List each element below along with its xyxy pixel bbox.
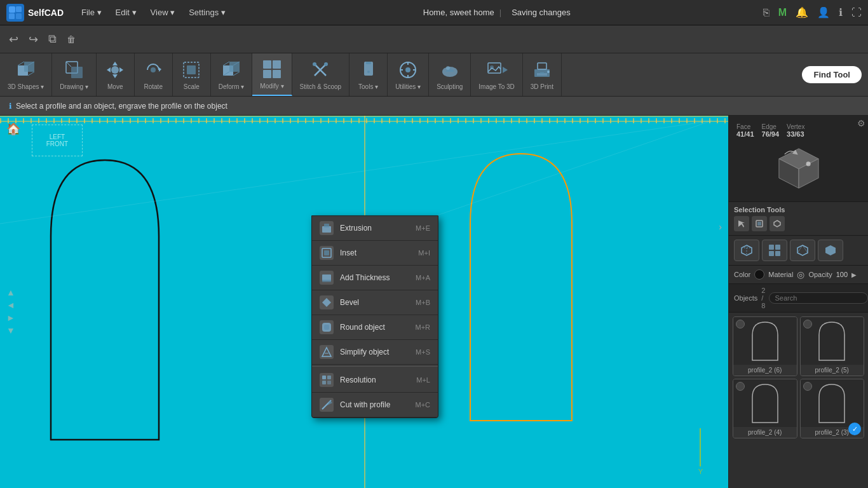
svg-marker-16 xyxy=(119,67,123,72)
deform-label: Deform ▾ xyxy=(219,83,245,90)
delete-button[interactable]: 🗑 xyxy=(63,30,79,49)
menu-view[interactable]: View ▾ xyxy=(146,5,180,20)
toolbar-deform[interactable]: Deform ▾ xyxy=(211,53,253,96)
nav-left[interactable]: ◄ xyxy=(6,300,15,310)
object-checkbox[interactable] xyxy=(736,320,745,329)
object-checkbox[interactable] xyxy=(736,382,745,391)
horizontal-split-line xyxy=(0,116,728,117)
svg-line-6 xyxy=(18,62,24,65)
notification-icon[interactable]: 🔔 xyxy=(796,6,808,18)
nav-arrows[interactable]: ▲ ◄ ► ▼ xyxy=(6,287,15,336)
settings-gear-icon[interactable]: ⚙ xyxy=(857,118,865,128)
sel-icon-arrow[interactable] xyxy=(734,216,749,231)
m-icon[interactable]: M xyxy=(778,7,787,18)
nav-up[interactable]: ▲ xyxy=(6,287,15,297)
shape-btn-cube[interactable] xyxy=(734,240,759,261)
3d-shapes-label: 3D Shapes ▾ xyxy=(8,83,44,90)
svg-rect-0 xyxy=(9,6,15,13)
left-label: LEFT xyxy=(50,133,65,140)
share-icon[interactable]: ⎘ xyxy=(763,7,770,18)
toolbar-3d-print[interactable]: 3D Print xyxy=(523,53,562,96)
menu-item-inset[interactable]: Inset M+I xyxy=(312,241,438,266)
shape-btn-grid[interactable] xyxy=(762,240,787,261)
toolbar-image-to-3d[interactable]: Image To 3D xyxy=(471,53,523,96)
svg-rect-28 xyxy=(273,60,281,69)
info-icon[interactable]: ℹ xyxy=(839,6,843,18)
nav-right[interactable]: ► xyxy=(6,313,15,323)
toolbar-drawing[interactable]: Drawing ▾ xyxy=(52,53,96,96)
arch-left xyxy=(38,147,172,446)
menu-item-round-object[interactable]: Round object M+R xyxy=(312,315,438,340)
svg-rect-3 xyxy=(16,13,22,19)
toolbar-stitch-scoop[interactable]: Stitch & Scoop xyxy=(292,53,350,96)
resolution-label: Resolution xyxy=(340,376,410,384)
toolbar-move[interactable]: Move xyxy=(97,53,135,96)
toolbar-tools[interactable]: Tools ▾ xyxy=(349,53,388,96)
color-swatch[interactable] xyxy=(754,269,764,280)
toolbar-sculpting[interactable]: Sculpting xyxy=(429,53,471,96)
object-item-profile-2-4[interactable]: profile_2 (4) xyxy=(733,379,797,438)
shape-btn-wireframe[interactable] xyxy=(790,240,815,261)
sel-icon-face[interactable] xyxy=(770,216,785,231)
menu-edit[interactable]: Edit ▾ xyxy=(111,5,142,20)
toolbar-scale[interactable]: Scale xyxy=(173,53,211,96)
view-cube-container[interactable] xyxy=(734,140,863,196)
tools-label: Tools ▾ xyxy=(358,83,378,90)
menu-item-add-thickness[interactable]: Add Thickness M+A xyxy=(312,266,438,290)
objects-count: 2 / 8 xyxy=(761,287,765,309)
svg-point-18 xyxy=(151,67,156,72)
toolbar-modify[interactable]: Modify ▾ xyxy=(252,53,292,96)
redo-button[interactable]: ↪ xyxy=(25,30,42,49)
simplify-object-label: Simplify object xyxy=(340,348,409,356)
move-icon xyxy=(104,59,126,81)
svg-rect-1 xyxy=(16,6,22,12)
fullscreen-icon[interactable]: ⛶ xyxy=(851,7,862,18)
add-thickness-icon xyxy=(320,271,334,285)
face-label: Face xyxy=(736,123,750,130)
view-cube-area: ⚙ Face 41/41 Edge 76/94 Vertex 33/63 xyxy=(729,116,868,202)
menu-item-extrusion[interactable]: Extrusion M+E xyxy=(312,216,438,241)
menu-settings[interactable]: Settings ▾ xyxy=(184,5,231,20)
object-item-profile-2-3[interactable]: profile_2 (3) ✓ xyxy=(800,379,865,438)
pipe-divider: | xyxy=(499,8,501,17)
menu-item-cut-with-profile[interactable]: Cut with profile M+C xyxy=(312,393,438,417)
object-item-profile-2-5[interactable]: profile_2 (5) xyxy=(800,316,865,376)
toolbar-3d-shapes[interactable]: 3D Shapes ▾ xyxy=(0,53,52,96)
object-item-profile-2-6[interactable]: profile_2 (6) xyxy=(733,316,797,376)
svg-point-35 xyxy=(367,71,370,73)
round-object-shortcut: M+R xyxy=(415,323,430,331)
object-checkbox[interactable] xyxy=(803,382,812,391)
svg-rect-67 xyxy=(327,376,331,379)
undo-button[interactable]: ↩ xyxy=(5,30,22,49)
material-icon[interactable]: ◎ xyxy=(797,269,804,280)
menu-item-simplify-object[interactable]: Simplify object M+S xyxy=(312,340,438,365)
color-material-opacity-row: Color Material ◎ Opacity 100 ▶ xyxy=(729,266,868,284)
user-icon[interactable]: 👤 xyxy=(817,6,830,18)
svg-point-43 xyxy=(446,66,450,70)
toolbar-utilities[interactable]: Utilities ▾ xyxy=(388,53,429,96)
face-value: 41/41 xyxy=(736,130,754,138)
menu-file[interactable]: File ▾ xyxy=(76,5,107,20)
sel-icon-box[interactable] xyxy=(752,216,767,231)
info-bar: ℹ Select a profile and an object, engrav… xyxy=(0,97,868,116)
menu-item-bevel[interactable]: Bevel M+B xyxy=(312,290,438,315)
find-tool-button[interactable]: Find Tool xyxy=(802,66,862,83)
home-icon[interactable]: 🏠 xyxy=(6,122,20,136)
menu-item-resolution[interactable]: Resolution M+L xyxy=(312,368,438,393)
undo-redo-group: ↩ ↪ ⧉ 🗑 xyxy=(5,30,79,49)
view-cube-svg[interactable] xyxy=(773,143,824,194)
svg-marker-61 xyxy=(322,298,331,307)
nav-down[interactable]: ▼ xyxy=(6,325,15,336)
edge-value: 76/94 xyxy=(762,130,780,138)
panel-collapse-arrow[interactable]: › xyxy=(719,222,722,232)
opacity-value: 100 xyxy=(836,271,848,278)
round-object-icon xyxy=(320,320,334,334)
copy-button[interactable]: ⧉ xyxy=(44,30,60,49)
opacity-expand-icon[interactable]: ▶ xyxy=(851,271,857,278)
objects-search-input[interactable] xyxy=(769,292,868,304)
object-checkbox[interactable] xyxy=(803,320,812,329)
logo-icon[interactable] xyxy=(6,4,24,22)
shape-btn-solid[interactable] xyxy=(818,240,843,261)
toolbar-rotate[interactable]: Rotate xyxy=(135,53,173,96)
extrusion-shortcut: M+E xyxy=(416,224,430,232)
